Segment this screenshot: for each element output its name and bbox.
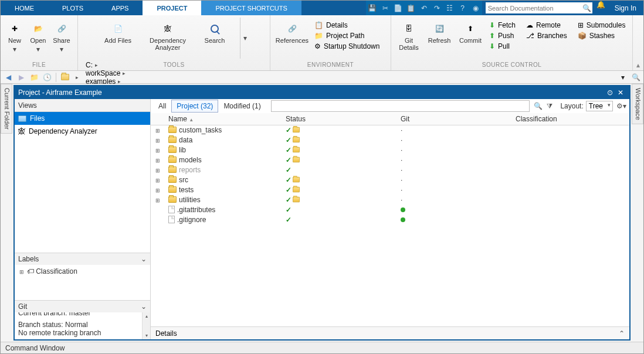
view-files[interactable]: Files bbox=[15, 112, 150, 125]
refresh-button[interactable]: 🔄 Refresh bbox=[425, 18, 453, 46]
nav-back-icon[interactable]: ◀ bbox=[2, 72, 14, 83]
project-path-button[interactable]: 📁Project Path bbox=[313, 30, 381, 41]
sign-in-link[interactable]: Sign In bbox=[608, 1, 643, 15]
crumb-root-arrow[interactable]: ▸ bbox=[72, 74, 82, 80]
panel-undock-icon[interactable]: ⊙ bbox=[605, 88, 615, 97]
tab-project-shortcuts[interactable]: PROJECT SHORTCUTS bbox=[201, 1, 301, 15]
gear-icon[interactable]: ⚙▾ bbox=[615, 102, 627, 110]
col-status[interactable]: Status bbox=[282, 113, 397, 125]
remote-button[interactable]: ☁Remote bbox=[524, 20, 569, 30]
submodules-button[interactable]: ⊞Submodules bbox=[576, 20, 628, 30]
labels-expand-icon[interactable]: ⊞ bbox=[18, 269, 25, 275]
tools-search-button[interactable]: Search bbox=[200, 18, 229, 46]
col-classification[interactable]: Classification bbox=[512, 113, 629, 125]
git-branch: Current branch: master bbox=[18, 312, 90, 317]
git-header[interactable]: Git ⌄ bbox=[15, 301, 150, 312]
copy-icon[interactable]: 📄 bbox=[392, 1, 405, 15]
new-button[interactable]: ✚ New ▾ bbox=[4, 18, 25, 55]
git-scroll-down-icon[interactable]: ▾ bbox=[145, 333, 148, 338]
panel-close-icon[interactable]: ✕ bbox=[615, 88, 626, 97]
tab-home[interactable]: HOME bbox=[1, 1, 48, 15]
filter-icon[interactable]: ⧩ bbox=[544, 102, 555, 110]
nav-fwd-icon[interactable]: ▶ bbox=[15, 72, 27, 83]
tools-dropdown-icon[interactable]: ▾ bbox=[240, 18, 248, 59]
dependency-analyzer-button[interactable]: 🕸 Dependency Analyzer bbox=[146, 18, 189, 53]
new-dropdown-icon[interactable]: ▾ bbox=[11, 45, 19, 53]
table-row[interactable]: .gitignore✓ bbox=[151, 215, 629, 224]
details-bar[interactable]: Details ⌃ bbox=[151, 326, 629, 339]
open-button[interactable]: 📂 Open ▾ bbox=[28, 18, 49, 55]
label-classification[interactable]: Classification bbox=[36, 267, 77, 275]
table-row[interactable]: ⊞data✓· bbox=[151, 135, 629, 145]
compare-icon[interactable]: ☷ bbox=[443, 1, 456, 15]
col-git[interactable]: Git bbox=[397, 113, 512, 125]
folder-root-icon[interactable] bbox=[59, 72, 71, 83]
labels-header[interactable]: Labels ⌄ bbox=[15, 253, 150, 265]
table-row[interactable]: ⊞custom_tasks✓· bbox=[151, 125, 629, 135]
col-name[interactable]: Name ▲ bbox=[165, 113, 282, 125]
paste-icon[interactable]: 📋 bbox=[405, 1, 418, 15]
addr-search-icon[interactable]: 🔍 bbox=[630, 72, 642, 83]
expand-icon[interactable]: ⊞ bbox=[154, 128, 161, 134]
env-details-button[interactable]: 📋Details bbox=[313, 20, 381, 30]
tab-apps[interactable]: APPS bbox=[97, 1, 143, 15]
side-tab-workspace[interactable]: Workspace bbox=[632, 84, 643, 124]
table-row[interactable]: ⊞reports✓· bbox=[151, 165, 629, 175]
commit-button[interactable]: ⬆ Commit bbox=[456, 18, 485, 46]
expand-icon[interactable]: ⊞ bbox=[154, 178, 161, 183]
addons-icon[interactable]: ◉ bbox=[469, 1, 482, 15]
side-tab-current-folder[interactable]: Current Folder bbox=[1, 84, 12, 134]
notification-icon[interactable]: 🔔 bbox=[595, 1, 608, 15]
pull-button[interactable]: ⬇Pull bbox=[487, 41, 517, 52]
file-search-icon[interactable]: 🔍 bbox=[532, 102, 544, 110]
git-details-button[interactable]: 🗄 Git Details bbox=[395, 18, 423, 53]
filter-modified[interactable]: Modified (1) bbox=[218, 100, 266, 113]
search-submit-icon[interactable]: 🔍 bbox=[582, 4, 592, 12]
cut-icon[interactable]: ✂ bbox=[379, 1, 392, 15]
nav-history-icon[interactable]: 🕓 bbox=[41, 72, 53, 83]
table-row[interactable]: .gitattributes✓ bbox=[151, 205, 629, 215]
references-button[interactable]: 🔗 References bbox=[274, 18, 310, 46]
nav-up-icon[interactable]: 📁 bbox=[28, 72, 40, 83]
view-dependency[interactable]: 🕸 Dependency Analyzer bbox=[15, 125, 150, 138]
expand-icon[interactable]: ⊞ bbox=[154, 168, 161, 173]
fetch-button[interactable]: ⬇Fetch bbox=[487, 20, 517, 30]
fetch-icon: ⬇ bbox=[489, 21, 495, 29]
share-button[interactable]: 🔗 Share ▾ bbox=[51, 18, 72, 55]
save-icon[interactable]: 💾 bbox=[366, 1, 379, 15]
table-row[interactable]: ⊞tests✓· bbox=[151, 185, 629, 195]
stashes-button[interactable]: 📦Stashes bbox=[576, 30, 628, 41]
expand-icon[interactable]: ⊞ bbox=[154, 198, 161, 203]
file-search-input[interactable] bbox=[271, 100, 530, 112]
expand-icon[interactable]: ⊞ bbox=[154, 148, 161, 154]
expand-icon[interactable]: ⊞ bbox=[154, 138, 161, 144]
add-files-button[interactable]: 📄 Add Files bbox=[100, 18, 135, 46]
startup-shutdown-button[interactable]: ⚙Startup Shutdown bbox=[313, 41, 381, 52]
expand-icon[interactable]: ⊞ bbox=[154, 188, 161, 193]
table-row[interactable]: ⊞utilities✓· bbox=[151, 195, 629, 205]
table-row[interactable]: ⊞models✓· bbox=[151, 155, 629, 165]
command-window-tab[interactable]: Command Window bbox=[1, 342, 643, 353]
open-dropdown-icon[interactable]: ▾ bbox=[35, 45, 42, 53]
undo-icon[interactable]: ↶ bbox=[418, 1, 431, 15]
expand-icon[interactable]: ⊞ bbox=[154, 158, 161, 164]
crumb-workspace[interactable]: workSpace▸ bbox=[83, 69, 129, 77]
push-button[interactable]: ⬆Push bbox=[487, 30, 517, 41]
crumb-c[interactable]: C:▸ bbox=[83, 61, 129, 69]
filter-all[interactable]: All bbox=[153, 100, 171, 113]
minimize-ribbon-icon[interactable]: ▴ bbox=[633, 15, 643, 70]
addr-dropdown-icon[interactable]: ▾ bbox=[617, 72, 629, 83]
table-row[interactable]: ⊞src✓· bbox=[151, 175, 629, 185]
git-scroll-up-icon[interactable]: ▴ bbox=[145, 314, 148, 319]
branches-button[interactable]: ⎇Branches bbox=[524, 30, 569, 41]
table-row[interactable]: ⊞lib✓· bbox=[151, 145, 629, 155]
doc-search-input[interactable] bbox=[486, 5, 582, 12]
tab-project[interactable]: PROJECT bbox=[143, 1, 201, 15]
filter-project[interactable]: Project (32) bbox=[171, 100, 218, 113]
tab-plots[interactable]: PLOTS bbox=[48, 1, 97, 15]
layout-select[interactable]: Tree bbox=[586, 101, 613, 111]
redo-icon[interactable]: ↷ bbox=[431, 1, 443, 15]
share-dropdown-icon[interactable]: ▾ bbox=[58, 45, 66, 53]
doc-search[interactable]: 🔍 bbox=[486, 2, 592, 13]
help-icon[interactable]: ? bbox=[456, 1, 469, 15]
